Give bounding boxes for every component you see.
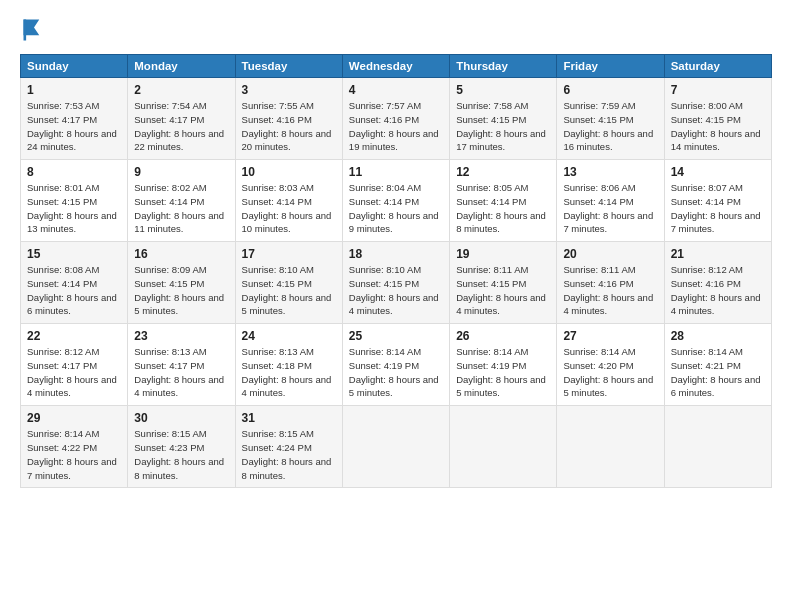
day-info: Sunrise: 8:04 AMSunset: 4:14 PMDaylight:…: [349, 181, 443, 236]
day-number: 24: [242, 329, 336, 343]
weekday-header-wednesday: Wednesday: [342, 55, 449, 78]
day-number: 23: [134, 329, 228, 343]
day-number: 9: [134, 165, 228, 179]
day-number: 21: [671, 247, 765, 261]
day-number: 2: [134, 83, 228, 97]
day-number: 16: [134, 247, 228, 261]
day-info: Sunrise: 8:14 AMSunset: 4:22 PMDaylight:…: [27, 427, 121, 482]
calendar-cell: 7Sunrise: 8:00 AMSunset: 4:15 PMDaylight…: [664, 78, 771, 160]
day-info: Sunrise: 7:54 AMSunset: 4:17 PMDaylight:…: [134, 99, 228, 154]
calendar-cell: 31Sunrise: 8:15 AMSunset: 4:24 PMDayligh…: [235, 406, 342, 488]
day-number: 22: [27, 329, 121, 343]
calendar-cell: 12Sunrise: 8:05 AMSunset: 4:14 PMDayligh…: [450, 160, 557, 242]
calendar-cell: [664, 406, 771, 488]
week-row-4: 22Sunrise: 8:12 AMSunset: 4:17 PMDayligh…: [21, 324, 772, 406]
calendar-cell: 17Sunrise: 8:10 AMSunset: 4:15 PMDayligh…: [235, 242, 342, 324]
day-info: Sunrise: 8:13 AMSunset: 4:17 PMDaylight:…: [134, 345, 228, 400]
day-info: Sunrise: 8:14 AMSunset: 4:20 PMDaylight:…: [563, 345, 657, 400]
day-info: Sunrise: 8:03 AMSunset: 4:14 PMDaylight:…: [242, 181, 336, 236]
calendar-cell: 23Sunrise: 8:13 AMSunset: 4:17 PMDayligh…: [128, 324, 235, 406]
calendar-cell: 9Sunrise: 8:02 AMSunset: 4:14 PMDaylight…: [128, 160, 235, 242]
day-number: 20: [563, 247, 657, 261]
calendar-cell: 3Sunrise: 7:55 AMSunset: 4:16 PMDaylight…: [235, 78, 342, 160]
day-info: Sunrise: 8:13 AMSunset: 4:18 PMDaylight:…: [242, 345, 336, 400]
day-info: Sunrise: 8:08 AMSunset: 4:14 PMDaylight:…: [27, 263, 121, 318]
weekday-header-monday: Monday: [128, 55, 235, 78]
day-info: Sunrise: 7:55 AMSunset: 4:16 PMDaylight:…: [242, 99, 336, 154]
calendar-cell: 14Sunrise: 8:07 AMSunset: 4:14 PMDayligh…: [664, 160, 771, 242]
day-info: Sunrise: 8:11 AMSunset: 4:16 PMDaylight:…: [563, 263, 657, 318]
week-row-3: 15Sunrise: 8:08 AMSunset: 4:14 PMDayligh…: [21, 242, 772, 324]
calendar-cell: 20Sunrise: 8:11 AMSunset: 4:16 PMDayligh…: [557, 242, 664, 324]
day-number: 18: [349, 247, 443, 261]
calendar-cell: 1Sunrise: 7:53 AMSunset: 4:17 PMDaylight…: [21, 78, 128, 160]
day-number: 6: [563, 83, 657, 97]
calendar-cell: 13Sunrise: 8:06 AMSunset: 4:14 PMDayligh…: [557, 160, 664, 242]
day-number: 27: [563, 329, 657, 343]
calendar-cell: 27Sunrise: 8:14 AMSunset: 4:20 PMDayligh…: [557, 324, 664, 406]
calendar-cell: 8Sunrise: 8:01 AMSunset: 4:15 PMDaylight…: [21, 160, 128, 242]
calendar-cell: 21Sunrise: 8:12 AMSunset: 4:16 PMDayligh…: [664, 242, 771, 324]
day-info: Sunrise: 8:12 AMSunset: 4:17 PMDaylight:…: [27, 345, 121, 400]
day-number: 3: [242, 83, 336, 97]
weekday-header-saturday: Saturday: [664, 55, 771, 78]
calendar-cell: 10Sunrise: 8:03 AMSunset: 4:14 PMDayligh…: [235, 160, 342, 242]
weekday-row: SundayMondayTuesdayWednesdayThursdayFrid…: [21, 55, 772, 78]
page: SundayMondayTuesdayWednesdayThursdayFrid…: [0, 0, 792, 612]
calendar-cell: 6Sunrise: 7:59 AMSunset: 4:15 PMDaylight…: [557, 78, 664, 160]
day-info: Sunrise: 8:14 AMSunset: 4:19 PMDaylight:…: [456, 345, 550, 400]
calendar-cell: [557, 406, 664, 488]
day-info: Sunrise: 8:09 AMSunset: 4:15 PMDaylight:…: [134, 263, 228, 318]
svg-rect-2: [24, 20, 27, 41]
calendar-cell: [450, 406, 557, 488]
week-row-2: 8Sunrise: 8:01 AMSunset: 4:15 PMDaylight…: [21, 160, 772, 242]
day-number: 5: [456, 83, 550, 97]
calendar-cell: 29Sunrise: 8:14 AMSunset: 4:22 PMDayligh…: [21, 406, 128, 488]
day-info: Sunrise: 8:15 AMSunset: 4:23 PMDaylight:…: [134, 427, 228, 482]
day-number: 28: [671, 329, 765, 343]
day-info: Sunrise: 8:00 AMSunset: 4:15 PMDaylight:…: [671, 99, 765, 154]
weekday-header-friday: Friday: [557, 55, 664, 78]
day-info: Sunrise: 8:02 AMSunset: 4:14 PMDaylight:…: [134, 181, 228, 236]
calendar-cell: 5Sunrise: 7:58 AMSunset: 4:15 PMDaylight…: [450, 78, 557, 160]
day-number: 1: [27, 83, 121, 97]
calendar-cell: 22Sunrise: 8:12 AMSunset: 4:17 PMDayligh…: [21, 324, 128, 406]
calendar-header: SundayMondayTuesdayWednesdayThursdayFrid…: [21, 55, 772, 78]
day-info: Sunrise: 8:15 AMSunset: 4:24 PMDaylight:…: [242, 427, 336, 482]
day-number: 30: [134, 411, 228, 425]
calendar-cell: 26Sunrise: 8:14 AMSunset: 4:19 PMDayligh…: [450, 324, 557, 406]
day-number: 4: [349, 83, 443, 97]
calendar-cell: 30Sunrise: 8:15 AMSunset: 4:23 PMDayligh…: [128, 406, 235, 488]
week-row-1: 1Sunrise: 7:53 AMSunset: 4:17 PMDaylight…: [21, 78, 772, 160]
day-number: 31: [242, 411, 336, 425]
day-info: Sunrise: 8:05 AMSunset: 4:14 PMDaylight:…: [456, 181, 550, 236]
day-info: Sunrise: 8:01 AMSunset: 4:15 PMDaylight:…: [27, 181, 121, 236]
header: [20, 16, 772, 44]
day-number: 14: [671, 165, 765, 179]
day-info: Sunrise: 7:53 AMSunset: 4:17 PMDaylight:…: [27, 99, 121, 154]
day-info: Sunrise: 8:11 AMSunset: 4:15 PMDaylight:…: [456, 263, 550, 318]
day-number: 25: [349, 329, 443, 343]
day-info: Sunrise: 8:07 AMSunset: 4:14 PMDaylight:…: [671, 181, 765, 236]
day-number: 17: [242, 247, 336, 261]
day-number: 10: [242, 165, 336, 179]
day-number: 29: [27, 411, 121, 425]
calendar: SundayMondayTuesdayWednesdayThursdayFrid…: [20, 54, 772, 488]
day-number: 13: [563, 165, 657, 179]
day-info: Sunrise: 7:58 AMSunset: 4:15 PMDaylight:…: [456, 99, 550, 154]
week-row-5: 29Sunrise: 8:14 AMSunset: 4:22 PMDayligh…: [21, 406, 772, 488]
calendar-cell: 25Sunrise: 8:14 AMSunset: 4:19 PMDayligh…: [342, 324, 449, 406]
logo: [20, 16, 52, 44]
calendar-cell: 19Sunrise: 8:11 AMSunset: 4:15 PMDayligh…: [450, 242, 557, 324]
calendar-cell: 24Sunrise: 8:13 AMSunset: 4:18 PMDayligh…: [235, 324, 342, 406]
day-number: 19: [456, 247, 550, 261]
calendar-cell: 18Sunrise: 8:10 AMSunset: 4:15 PMDayligh…: [342, 242, 449, 324]
weekday-header-thursday: Thursday: [450, 55, 557, 78]
weekday-header-tuesday: Tuesday: [235, 55, 342, 78]
calendar-cell: 4Sunrise: 7:57 AMSunset: 4:16 PMDaylight…: [342, 78, 449, 160]
logo-icon: [20, 16, 48, 44]
day-info: Sunrise: 8:10 AMSunset: 4:15 PMDaylight:…: [242, 263, 336, 318]
calendar-cell: 15Sunrise: 8:08 AMSunset: 4:14 PMDayligh…: [21, 242, 128, 324]
day-number: 15: [27, 247, 121, 261]
day-info: Sunrise: 7:59 AMSunset: 4:15 PMDaylight:…: [563, 99, 657, 154]
